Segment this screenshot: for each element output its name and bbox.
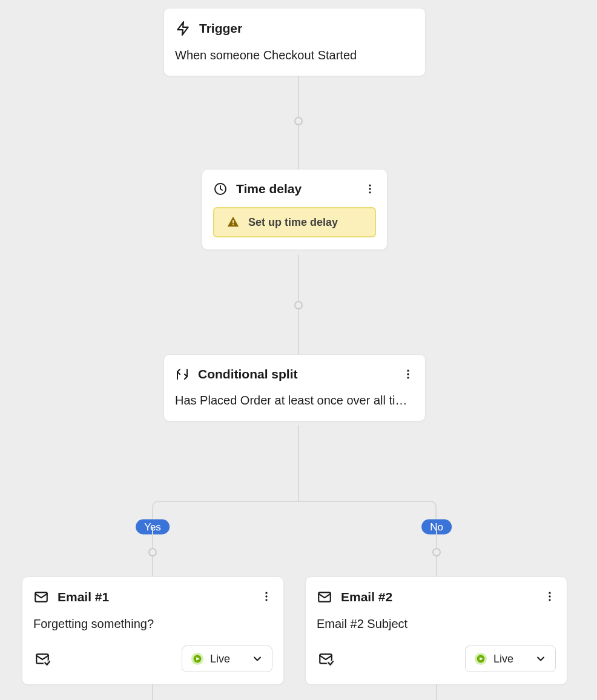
svg-point-7	[407, 373, 409, 375]
svg-rect-5	[233, 224, 234, 225]
trigger-desc: When someone Checkout Started	[175, 47, 414, 64]
svg-point-3	[369, 191, 371, 193]
trigger-card[interactable]: Trigger When someone Checkout Started	[163, 8, 426, 76]
split-icon	[175, 367, 190, 381]
time-delay-warning[interactable]: Set up time delay	[213, 207, 376, 237]
email-2-status-label: Live	[493, 653, 513, 665]
kebab-icon	[364, 183, 376, 195]
branch-joint[interactable]	[148, 548, 157, 556]
email-1-card[interactable]: Email #1 Forgetting something? Live	[22, 576, 284, 685]
svg-point-19	[549, 595, 550, 597]
bolt-icon	[175, 21, 191, 36]
kebab-icon	[260, 590, 272, 603]
ab-test-icon[interactable]	[317, 650, 335, 668]
email-1-menu-button[interactable]	[258, 588, 275, 605]
svg-point-10	[265, 592, 267, 594]
email-1-status-label: Live	[210, 653, 230, 665]
warning-icon	[226, 216, 240, 229]
kebab-icon	[402, 368, 414, 380]
svg-point-20	[549, 599, 550, 601]
conditional-menu-button[interactable]	[400, 366, 417, 383]
email-2-title: Email #2	[341, 590, 392, 604]
split-frame	[152, 501, 437, 527]
flow-canvas[interactable]: Trigger When someone Checkout Started Ti…	[0, 0, 597, 700]
svg-rect-4	[233, 220, 234, 223]
email-1-status-dropdown[interactable]: Live	[182, 646, 272, 672]
conditional-split-card[interactable]: Conditional split Has Placed Order at le…	[163, 354, 426, 421]
email-2-menu-button[interactable]	[541, 588, 558, 605]
clock-icon	[213, 182, 228, 196]
play-icon	[191, 652, 204, 665]
trigger-title: Trigger	[199, 21, 242, 36]
warning-text: Set up time delay	[248, 216, 338, 229]
connector-joint[interactable]	[294, 117, 303, 125]
branch-connector	[436, 684, 437, 700]
kebab-icon	[544, 590, 556, 603]
svg-point-2	[369, 188, 371, 190]
conditional-desc: Has Placed Order at least once over all …	[175, 392, 414, 409]
branch-joint[interactable]	[432, 548, 441, 556]
time-delay-title: Time delay	[236, 182, 302, 196]
svg-point-1	[369, 185, 371, 187]
svg-point-11	[265, 595, 267, 597]
time-delay-menu-button[interactable]	[361, 180, 378, 197]
mail-icon	[317, 589, 332, 605]
svg-point-18	[549, 592, 550, 594]
email-2-subject: Email #2 Subject	[317, 616, 556, 632]
chevron-down-icon	[535, 653, 547, 665]
time-delay-card[interactable]: Time delay Set up time delay	[202, 169, 388, 250]
svg-point-12	[265, 599, 267, 601]
play-icon	[474, 652, 487, 665]
svg-point-8	[407, 377, 409, 378]
email-2-status-dropdown[interactable]: Live	[465, 646, 556, 672]
chevron-down-icon	[251, 653, 263, 665]
ab-test-icon[interactable]	[33, 650, 51, 668]
email-2-card[interactable]: Email #2 Email #2 Subject Live	[305, 576, 567, 685]
connector-joint[interactable]	[294, 301, 303, 309]
svg-point-6	[407, 370, 409, 372]
conditional-title: Conditional split	[198, 367, 297, 381]
connector	[298, 425, 299, 501]
email-1-subject: Forgetting something?	[33, 616, 272, 632]
email-1-title: Email #1	[58, 590, 109, 604]
mail-icon	[33, 589, 49, 605]
branch-connector	[152, 684, 153, 700]
